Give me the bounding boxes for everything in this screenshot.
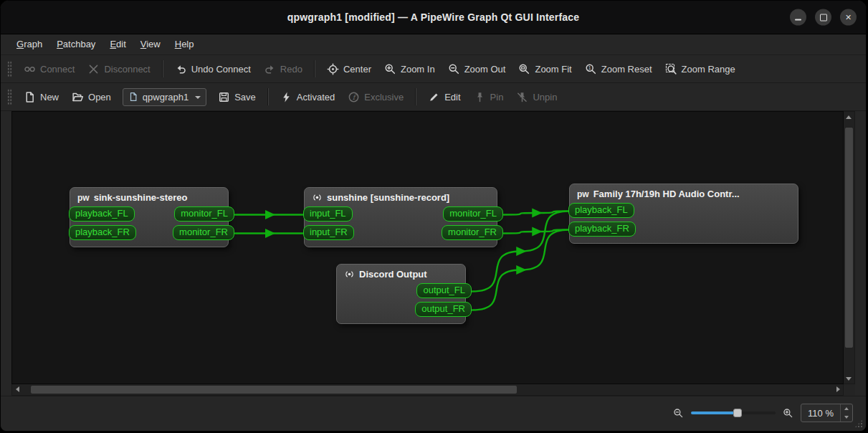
- port[interactable]: playback_FL: [568, 203, 634, 218]
- scroll-right-arrow[interactable]: [833, 384, 843, 394]
- undo-connect-button[interactable]: Undo Connect: [168, 59, 257, 80]
- port[interactable]: monitor_FL: [443, 206, 503, 222]
- port[interactable]: output_FL: [416, 283, 472, 298]
- resize-grip[interactable]: [854, 419, 863, 428]
- node-sunshine[interactable]: sunshine [sunshine-record] input_FL inpu…: [304, 187, 497, 247]
- zoom-reset-icon: 1: [585, 63, 597, 75]
- speaker-icon: [312, 192, 323, 203]
- toolbar-grip[interactable]: [7, 88, 12, 105]
- file-icon: [128, 92, 138, 102]
- toolbar-separator: [415, 88, 416, 105]
- node-discord-output[interactable]: Discord Output output_FL output_FR: [336, 264, 466, 324]
- port[interactable]: playback_FL: [69, 206, 135, 222]
- toolbar-grip[interactable]: [7, 60, 12, 77]
- spin-up-button[interactable]: [841, 404, 852, 413]
- statusbar: 110 %: [1, 396, 866, 431]
- main-area: pw sink-sunshine-stereo playback_FL play…: [1, 111, 866, 396]
- zoom-out-magnifier-icon: [673, 408, 684, 419]
- zoom-value[interactable]: 110 %: [801, 404, 840, 422]
- zoom-reset-button[interactable]: 1 Zoom Reset: [578, 59, 659, 80]
- horizontal-scrollbar-thumb[interactable]: [31, 386, 516, 394]
- close-button[interactable]: ✕: [840, 9, 857, 26]
- maximize-button[interactable]: [815, 9, 831, 26]
- scroll-up-arrow[interactable]: [844, 112, 854, 122]
- disconnect-button[interactable]: Disconnect: [81, 59, 156, 80]
- svg-text:1: 1: [588, 65, 591, 70]
- redo-icon: [264, 63, 276, 75]
- svg-text:f: f: [353, 92, 357, 100]
- scroll-down-arrow[interactable]: [844, 373, 854, 384]
- zoom-fit-icon: [518, 63, 530, 75]
- menu-help[interactable]: Help: [168, 35, 201, 54]
- port[interactable]: output_FR: [415, 302, 472, 317]
- titlebar[interactable]: qpwgraph1 [modified] — A PipeWire Graph …: [1, 1, 866, 34]
- port[interactable]: input_FR: [303, 225, 354, 240]
- center-button[interactable]: Center: [320, 59, 378, 80]
- node-sink-sunshine-stereo[interactable]: pw sink-sunshine-stereo playback_FL play…: [70, 187, 229, 247]
- port[interactable]: playback_FR: [568, 222, 636, 237]
- zoom-slider-handle[interactable]: [733, 409, 742, 417]
- new-file-icon: [24, 91, 36, 103]
- horizontal-scrollbar[interactable]: [11, 384, 844, 396]
- menu-patchbay[interactable]: Patchbay: [49, 35, 102, 54]
- menu-graph[interactable]: Graph: [9, 35, 49, 54]
- port[interactable]: monitor_FR: [442, 225, 503, 240]
- vertical-scrollbar-thumb[interactable]: [845, 128, 853, 348]
- patchbay-selector-value: qpwgraph1: [143, 92, 189, 103]
- exclusive-button[interactable]: f Exclusive: [341, 87, 410, 108]
- pipewire-icon: pw: [77, 194, 90, 202]
- toolbar-separator: [267, 88, 269, 105]
- vertical-scrollbar[interactable]: [844, 111, 855, 384]
- minimize-button[interactable]: [790, 9, 806, 26]
- spin-down-button[interactable]: [841, 413, 852, 422]
- node-title[interactable]: pw Family 17h/19h HD Audio Contr...: [570, 184, 798, 201]
- toolbar-separator: [162, 60, 163, 77]
- lightning-icon: [280, 91, 292, 103]
- zoom-spinbox[interactable]: 110 %: [801, 404, 853, 422]
- edit-button[interactable]: Edit: [421, 87, 467, 108]
- exclusive-icon: f: [348, 91, 360, 103]
- graph-canvas[interactable]: pw sink-sunshine-stereo playback_FL play…: [11, 111, 844, 384]
- connect-button[interactable]: Connect: [17, 59, 81, 80]
- menu-edit[interactable]: Edit: [102, 35, 133, 54]
- connect-icon: [24, 63, 36, 75]
- save-button[interactable]: Save: [211, 87, 262, 108]
- activated-button[interactable]: Activated: [274, 87, 341, 108]
- undo-icon: [175, 63, 187, 75]
- minimize-icon: [795, 19, 801, 20]
- unpin-button[interactable]: Unpin: [510, 87, 563, 108]
- open-button[interactable]: Open: [65, 87, 118, 108]
- port[interactable]: monitor_FL: [174, 206, 234, 222]
- zoom-range-button[interactable]: Zoom Range: [659, 59, 742, 80]
- unpin-icon: [516, 91, 528, 103]
- new-button[interactable]: New: [17, 87, 65, 108]
- close-icon: ✕: [845, 13, 852, 22]
- zoom-out-button[interactable]: Zoom Out: [442, 59, 512, 80]
- center-icon: [327, 63, 339, 75]
- node-title[interactable]: sunshine [sunshine-record]: [305, 188, 497, 204]
- speaker-icon: [344, 269, 355, 280]
- pipewire-icon: pw: [577, 190, 589, 199]
- app-window: qpwgraph1 [modified] — A PipeWire Graph …: [0, 0, 867, 432]
- connection-lines[interactable]: [12, 112, 843, 384]
- pin-button[interactable]: Pin: [467, 87, 510, 108]
- pin-icon: [474, 91, 486, 103]
- zoom-in-button[interactable]: Zoom In: [378, 59, 442, 80]
- menu-view[interactable]: View: [133, 35, 168, 54]
- node-family-hd-audio[interactable]: pw Family 17h/19h HD Audio Contr... play…: [569, 184, 798, 244]
- port[interactable]: monitor_FR: [173, 225, 234, 240]
- port[interactable]: input_FL: [303, 206, 353, 222]
- toolbar-separator: [314, 60, 315, 77]
- zoom-slider[interactable]: [691, 406, 776, 419]
- port[interactable]: playback_FR: [69, 225, 136, 240]
- node-title[interactable]: Discord Output: [337, 265, 465, 281]
- zoom-in-icon: [384, 63, 396, 75]
- maximize-icon: [820, 14, 827, 21]
- save-icon: [218, 91, 230, 103]
- node-title[interactable]: pw sink-sunshine-stereo: [70, 188, 228, 204]
- patchbay-selector[interactable]: qpwgraph1: [123, 88, 206, 106]
- zoom-out-icon: [448, 63, 460, 75]
- scroll-left-arrow[interactable]: [12, 384, 22, 394]
- redo-button[interactable]: Redo: [257, 59, 309, 80]
- zoom-fit-button[interactable]: Zoom Fit: [512, 59, 578, 80]
